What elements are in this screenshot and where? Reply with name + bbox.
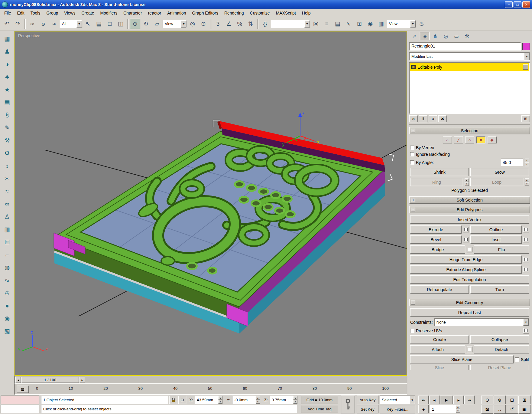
ring-button[interactable]: Ring xyxy=(410,178,463,186)
retriangulate-button[interactable]: Retriangulate xyxy=(410,285,469,294)
menu-item[interactable]: Graph Editors xyxy=(189,10,221,16)
pawn-tool-icon[interactable]: ♙ xyxy=(2,211,13,222)
selection-rollout-header[interactable]: − Selection xyxy=(409,127,530,134)
spring-tool-icon[interactable]: § xyxy=(2,110,13,120)
sheet-tool-icon[interactable]: ▥ xyxy=(2,224,13,235)
inset-settings-button[interactable] xyxy=(523,237,529,242)
wave-tool-icon[interactable]: ∿ xyxy=(2,275,13,286)
bind-to-space-warp-button[interactable]: ≈ xyxy=(49,19,59,29)
schematic-view-button[interactable]: ⊞ xyxy=(354,19,365,29)
render-view-dropdown[interactable]: View▼ xyxy=(387,20,416,28)
z-spinner[interactable]: ▲▼ xyxy=(293,396,297,404)
menu-item[interactable]: Character xyxy=(120,10,145,16)
bevel-settings-button[interactable] xyxy=(463,237,469,242)
layer-manager-button[interactable]: ▤ xyxy=(332,19,343,29)
selection-filter-dropdown[interactable]: All▼ xyxy=(60,20,82,28)
chevron-down-icon[interactable]: ▼ xyxy=(76,20,82,28)
maximize-button[interactable]: □ xyxy=(514,1,521,8)
maximize-viewport-button[interactable]: ▣ xyxy=(518,405,530,414)
turn-button[interactable]: Turn xyxy=(470,285,529,294)
snap-toggle-button[interactable]: 3 xyxy=(213,19,223,29)
time-slider[interactable]: ◂ 1 / 100 ▸ xyxy=(15,376,407,384)
unlink-selection-button[interactable]: ⌀ xyxy=(38,19,48,29)
slice-plane-button[interactable]: Slice Plane xyxy=(410,355,514,363)
title-bar[interactable]: moneyClip08Solid.max - Autodesk 3ds Max … xyxy=(0,0,532,9)
target-tool-icon[interactable]: ◉ xyxy=(2,313,13,324)
percent-snap-button[interactable]: % xyxy=(235,19,245,29)
chevron-down-icon[interactable]: ▼ xyxy=(181,20,187,28)
outline-settings-button[interactable] xyxy=(523,227,529,232)
next-frame-button[interactable]: ▸ xyxy=(453,396,464,404)
menu-item[interactable]: File xyxy=(1,10,14,16)
pan-button[interactable]: ↔ xyxy=(494,405,506,414)
stack-row-button[interactable] xyxy=(523,64,528,70)
wheel-tool-icon[interactable]: ◍ xyxy=(2,262,13,273)
extrude-along-spline-settings-button[interactable] xyxy=(523,267,529,272)
zoom-button[interactable]: ⊙ xyxy=(481,396,493,404)
render-scene-button[interactable]: ▥ xyxy=(376,19,386,29)
named-selection-sets-dropdown[interactable]: ▼ xyxy=(271,20,310,28)
modifier-stack-row[interactable]: ▦ Editable Poly xyxy=(410,63,529,71)
frame-spinner[interactable]: ▲▼ xyxy=(456,405,460,413)
quick-render-button[interactable]: ♨ xyxy=(417,19,427,29)
current-frame-field[interactable]: 1 xyxy=(430,405,456,413)
menu-item[interactable]: Group xyxy=(43,10,61,16)
menu-item[interactable]: Edit xyxy=(14,10,28,16)
by-angle-checkbox[interactable] xyxy=(410,160,414,165)
remove-modifier-icon[interactable]: ✖ xyxy=(438,115,447,122)
select-and-manipulate-button[interactable]: ⊙ xyxy=(198,19,209,29)
menu-item[interactable]: Customize xyxy=(247,10,273,16)
spinner-snap-button[interactable]: ⇅ xyxy=(245,19,256,29)
angle-snap-button[interactable]: ∠ xyxy=(224,19,234,29)
pencil-tool-icon[interactable]: ✎ xyxy=(2,122,13,133)
viewport-canvas[interactable]: z x y z x y xyxy=(15,31,407,375)
configure-modifier-sets-icon[interactable]: ⊞ xyxy=(521,115,530,122)
modifier-stack[interactable]: ▦ Editable Poly xyxy=(409,62,530,114)
detach-button[interactable]: Detach xyxy=(474,345,529,353)
zoom-extents-all-button[interactable]: ⊞ xyxy=(518,396,530,404)
inset-button[interactable]: Inset xyxy=(470,235,522,244)
select-object-button[interactable]: ↖ xyxy=(83,19,93,29)
menu-item[interactable]: Animation xyxy=(164,10,189,16)
menu-item[interactable]: MAXScript xyxy=(273,10,299,16)
loop-button[interactable]: Loop xyxy=(470,178,523,186)
time-slider-handle[interactable]: 1 / 100 xyxy=(21,377,79,383)
selection-status-field[interactable]: 1 Object Selected xyxy=(41,396,168,404)
select-and-link-button[interactable]: ∞ xyxy=(27,19,37,29)
split-checkbox[interactable] xyxy=(515,357,519,362)
mini-curve-editor-button[interactable]: ⊟ xyxy=(17,386,29,393)
bridge-button[interactable]: Bridge xyxy=(410,245,465,254)
insert-vertex-button[interactable]: Insert Vertex xyxy=(410,215,529,224)
king-tool-icon[interactable]: ♔ xyxy=(2,288,13,298)
absolute-offset-toggle-button[interactable]: ⊡ xyxy=(178,396,186,404)
hammer-tool-icon[interactable]: ⚒ xyxy=(2,135,13,146)
maxscript-listener-white[interactable] xyxy=(1,405,39,413)
flip-button[interactable]: Flip xyxy=(474,245,529,254)
attach-button[interactable]: Attach xyxy=(410,345,465,353)
play-button[interactable]: ► xyxy=(440,396,453,404)
add-time-tag[interactable]: Add Time Tag xyxy=(301,405,338,413)
element-mode-button[interactable]: ◆ xyxy=(488,136,497,143)
z-coordinate-field[interactable]: 3.75mm xyxy=(270,396,293,404)
polygon-mode-button[interactable]: ■ xyxy=(476,136,485,143)
next-frame-arrow[interactable]: ▸ xyxy=(79,377,85,383)
sphere-tool-icon[interactable]: ◑ xyxy=(2,59,13,70)
menu-item[interactable]: Tools xyxy=(28,10,44,16)
select-and-scale-button[interactable]: ▱ xyxy=(152,19,162,29)
preserve-uvs-checkbox[interactable] xyxy=(410,329,414,333)
border-mode-button[interactable]: ∩ xyxy=(465,136,474,143)
collapse-icon[interactable]: − xyxy=(411,301,415,305)
menu-item[interactable]: Views xyxy=(61,10,78,16)
mirror-button[interactable]: ⋈ xyxy=(311,19,321,29)
tab-motion[interactable]: ◎ xyxy=(441,32,451,40)
edit-triangulation-button[interactable]: Edit Triangulation xyxy=(410,275,529,284)
hinge-from-edge-settings-button[interactable] xyxy=(523,257,529,262)
outline-button[interactable]: Outline xyxy=(470,225,522,234)
ring-spinner[interactable]: ▲▼ xyxy=(465,178,469,186)
x-coordinate-field[interactable]: 43.59mm xyxy=(195,396,218,404)
tab-modify[interactable]: ◈ xyxy=(420,32,430,40)
extrude-along-spline-button[interactable]: Extrude Along Spline xyxy=(410,265,522,274)
select-and-move-button[interactable]: ⊕ xyxy=(130,19,140,29)
primitives-tool-icon[interactable]: ▦ xyxy=(2,33,13,44)
y-coordinate-field[interactable]: -0.0mm xyxy=(232,396,256,404)
